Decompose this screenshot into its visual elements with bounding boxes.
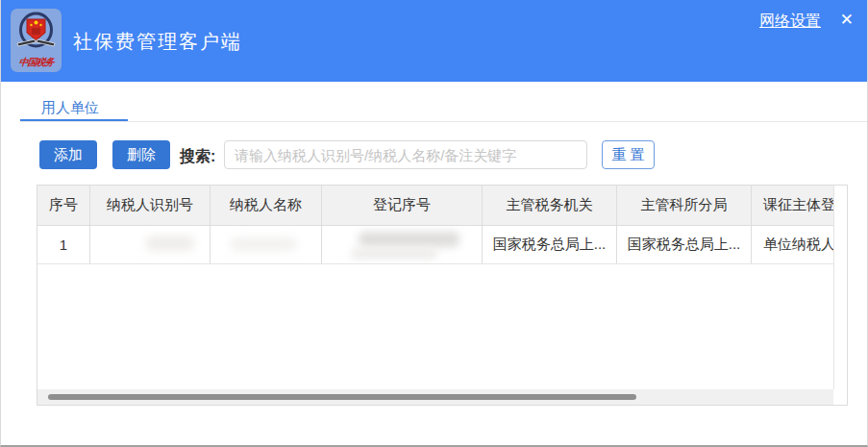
redaction-blur — [230, 237, 297, 251]
col-header-seq: 序号 — [37, 186, 90, 226]
table-scroll-area: 序号 纳税人识别号 纳税人名称 登记序号 主管税务机关 主管科所分局 课征主体登… — [37, 186, 833, 389]
col-header-tax-authority: 主管税务机关 — [483, 186, 617, 226]
redaction-blur — [351, 249, 437, 259]
vertical-scrollbar-gutter[interactable] — [833, 186, 847, 389]
cell-seq: 1 — [37, 226, 90, 263]
tabbar-divider — [20, 121, 868, 122]
employer-table: 序号 纳税人识别号 纳税人名称 登记序号 主管税务机关 主管科所分局 课征主体登… — [37, 185, 848, 406]
tax-emblem-icon — [13, 11, 59, 57]
table-row[interactable]: 1 国家税务总局上... 国家税务总局上... 单位纳税人 — [37, 226, 833, 264]
horizontal-scrollbar-track[interactable] — [37, 389, 833, 405]
reset-button[interactable]: 重 置 — [602, 140, 655, 169]
redaction-blur — [359, 232, 459, 247]
network-settings-link[interactable]: 网络设置 — [759, 12, 821, 32]
delete-button[interactable]: 删除 — [112, 140, 170, 169]
close-icon[interactable]: ✕ — [840, 11, 854, 30]
cell-branch-bureau: 国家税务总局上... — [617, 226, 752, 263]
horizontal-scrollbar-thumb[interactable] — [48, 394, 636, 400]
table-header-row: 序号 纳税人识别号 纳税人名称 登记序号 主管税务机关 主管科所分局 课征主体登… — [37, 186, 833, 226]
add-button[interactable]: 添加 — [39, 140, 97, 169]
col-header-taxpayer-id: 纳税人识别号 — [90, 186, 211, 226]
col-header-levy-subject-type: 课征主体登记类型 — [752, 186, 833, 226]
cell-taxpayer-name-redacted — [211, 226, 322, 263]
china-tax-logo: 中国税务 — [11, 9, 62, 72]
redaction-blur — [146, 236, 194, 251]
cell-taxpayer-id-redacted — [90, 226, 211, 263]
col-header-branch-bureau: 主管科所分局 — [617, 186, 752, 226]
col-header-registration-no: 登记序号 — [322, 186, 483, 226]
tab-employer-unit[interactable]: 用人单位 — [41, 99, 99, 117]
app-window: 中国税务 社保费管理客户端 网络设置 ✕ 用人单位 添加 删除 搜索: 重 置 … — [0, 0, 868, 447]
cell-levy-subject-type: 单位纳税人 — [752, 226, 833, 263]
search-label: 搜索: — [180, 147, 215, 167]
logo-caption: 中国税务 — [11, 56, 62, 69]
cell-tax-authority: 国家税务总局上... — [483, 226, 617, 263]
col-header-taxpayer-name: 纳税人名称 — [211, 186, 322, 226]
titlebar: 中国税务 社保费管理客户端 网络设置 ✕ — [1, 0, 868, 82]
search-input[interactable] — [224, 140, 587, 169]
cell-registration-no-redacted — [322, 226, 483, 263]
app-title: 社保费管理客户端 — [73, 29, 242, 55]
